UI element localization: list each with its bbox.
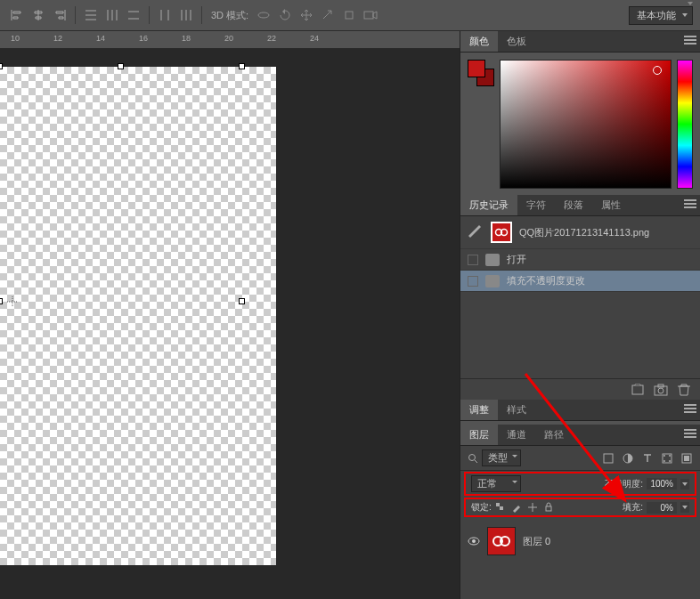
scale-3d-icon[interactable]	[339, 5, 359, 25]
fill-row-highlight: 锁定: 填充: 0%	[464, 498, 696, 517]
align-left-icon[interactable]	[7, 5, 27, 25]
tab-layers[interactable]: 图层	[460, 425, 498, 445]
opacity-row-highlight: 正常 不透明度: 100%	[464, 472, 696, 496]
transform-handle-ml[interactable]	[0, 298, 3, 304]
tab-swatches[interactable]: 色板	[498, 31, 535, 52]
layers-panel: 类型 正常 不透明度: 100% 锁定:	[460, 446, 700, 599]
main-area: 10 12 14 16 18 20 22 24 颜色 色板	[0, 31, 700, 599]
snapshot-thumb	[491, 222, 512, 243]
orbit-icon[interactable]	[254, 5, 273, 25]
filter-pixel-icon[interactable]	[602, 452, 615, 465]
separator	[75, 6, 76, 24]
slide-3d-icon[interactable]	[318, 5, 338, 25]
mode-3d-label: 3D 模式:	[211, 9, 248, 22]
tab-styles[interactable]: 样式	[498, 400, 535, 420]
svg-point-0	[258, 12, 269, 18]
blend-mode-dropdown[interactable]: 正常	[471, 475, 521, 492]
tab-paths[interactable]: 路径	[535, 425, 573, 445]
svg-rect-18	[684, 456, 689, 461]
distribute-h-icon[interactable]	[155, 5, 175, 25]
panel-menu-icon[interactable]	[684, 199, 696, 208]
tab-color[interactable]: 颜色	[460, 31, 498, 52]
layer-item-0[interactable]: 图层 0	[460, 522, 700, 561]
distribute-h2-icon[interactable]	[176, 5, 196, 25]
history-snapshot[interactable]: QQ图片20171213141113.png	[460, 216, 700, 249]
panel-menu-icon[interactable]	[684, 404, 696, 413]
snapshot-icon[interactable]	[654, 384, 668, 396]
ruler-mark: 14	[96, 34, 105, 43]
rotate-icon[interactable]	[275, 5, 295, 25]
history-checkbox[interactable]	[468, 255, 478, 265]
workspace-dropdown[interactable]: 基本功能	[629, 6, 693, 25]
tab-channels[interactable]: 通道	[498, 425, 535, 445]
svg-rect-10	[604, 454, 613, 463]
ruler-mark: 18	[182, 34, 191, 43]
create-document-icon[interactable]	[631, 384, 645, 396]
snapshot-name: QQ图片20171213141113.png	[519, 226, 649, 239]
distribute-v-icon[interactable]	[102, 5, 122, 25]
opacity-value[interactable]: 100%	[647, 478, 677, 490]
history-step-label: 填充不透明度更改	[507, 274, 585, 287]
color-field[interactable]	[500, 60, 672, 189]
distribute-bottom-icon[interactable]	[124, 5, 143, 25]
align-center-h-icon[interactable]	[28, 5, 48, 25]
transform-handle-tl[interactable]	[0, 63, 3, 69]
filter-adjust-icon[interactable]	[622, 452, 634, 465]
svg-rect-2	[364, 12, 373, 19]
transform-handle-mr[interactable]	[239, 298, 245, 304]
history-checkbox[interactable]	[468, 276, 478, 287]
history-footer	[460, 378, 700, 400]
history-step-open[interactable]: 打开	[460, 249, 700, 271]
filter-type-icon[interactable]	[641, 452, 654, 465]
fill-value[interactable]: 0%	[647, 502, 677, 514]
transform-handle-tc[interactable]	[118, 63, 124, 69]
lock-all-icon[interactable]	[543, 502, 554, 513]
tab-history[interactable]: 历史记录	[460, 195, 517, 215]
separator	[149, 6, 150, 24]
search-icon[interactable]	[468, 453, 478, 464]
history-panel: QQ图片20171213141113.png 打开 填充不透明度更改	[460, 216, 700, 400]
lock-position-icon[interactable]	[527, 502, 538, 513]
svg-point-14	[669, 455, 671, 457]
fill-slider-toggle[interactable]	[680, 502, 689, 513]
panel-menu-icon[interactable]	[684, 429, 696, 438]
ruler-horizontal[interactable]: 10 12 14 16 18 20 22 24	[0, 31, 460, 49]
tab-properties[interactable]: 属性	[592, 195, 630, 215]
filter-smart-icon[interactable]	[680, 452, 693, 465]
color-panel-tabs: 颜色 色板	[460, 31, 700, 53]
panel-menu-icon[interactable]	[684, 36, 696, 45]
filter-kind-label: 类型	[488, 452, 508, 463]
panel-flyout-icon[interactable]	[686, 0, 695, 9]
layer-name[interactable]: 图层 0	[523, 535, 550, 548]
tab-adjustments[interactable]: 调整	[460, 400, 498, 420]
transparency-checker	[0, 67, 276, 565]
svg-point-23	[472, 539, 476, 543]
opacity-slider-toggle[interactable]	[680, 479, 689, 490]
history-steps: 打开 填充不透明度更改	[460, 249, 700, 378]
history-step-icon	[485, 275, 500, 287]
canvas[interactable]	[0, 67, 276, 565]
history-panel-tabs: 历史记录 字符 段落 属性	[460, 195, 700, 216]
history-step-fill-opacity[interactable]: 填充不透明度更改	[460, 271, 700, 292]
fg-bg-swatch[interactable]	[468, 60, 494, 86]
filter-shape-icon[interactable]	[661, 452, 673, 465]
lock-label: 锁定:	[471, 501, 492, 514]
transform-handle-tr[interactable]	[239, 63, 245, 69]
pan-3d-icon[interactable]	[297, 5, 316, 25]
tab-paragraph[interactable]: 段落	[555, 195, 592, 215]
fg-color[interactable]	[468, 60, 485, 77]
visibility-icon[interactable]	[468, 535, 480, 547]
align-right-icon[interactable]	[50, 5, 69, 25]
camera-icon[interactable]	[361, 5, 380, 25]
ruler-mark: 22	[267, 34, 276, 43]
distribute-top-icon[interactable]	[81, 5, 101, 25]
layer-filter-row: 类型	[460, 446, 700, 471]
lock-pixels-icon[interactable]	[511, 502, 522, 513]
hue-slider[interactable]	[677, 60, 693, 189]
trash-icon[interactable]	[677, 384, 691, 396]
transform-center-icon[interactable]	[5, 295, 20, 309]
lock-transparency-icon[interactable]	[495, 502, 506, 513]
ruler-mark: 16	[139, 34, 148, 43]
filter-kind-dropdown[interactable]: 类型	[482, 449, 521, 466]
tab-character[interactable]: 字符	[517, 195, 555, 215]
